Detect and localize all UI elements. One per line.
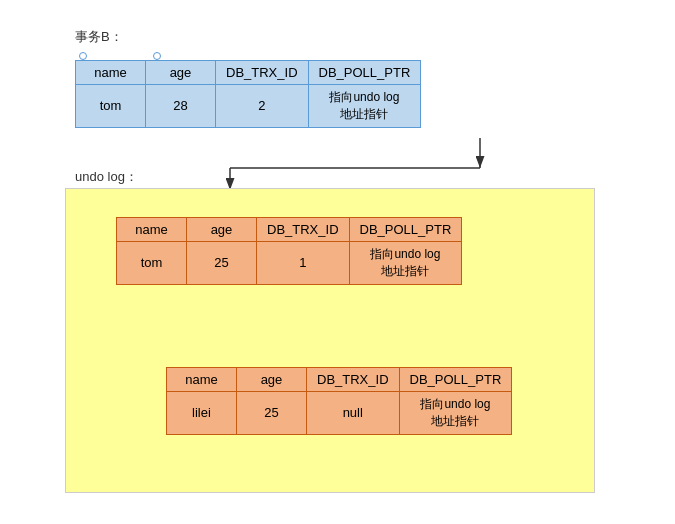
blue-data-name: tom: [76, 85, 146, 128]
blue-header-ptr: DB_POLL_PTR: [308, 61, 421, 85]
blue-header-age: age: [146, 61, 216, 85]
orange2-data-name: lilei: [167, 392, 237, 435]
orange1-header-age: age: [187, 218, 257, 242]
orange1-header-trx: DB_TRX_ID: [257, 218, 350, 242]
orange1-data-trx: 1: [257, 242, 350, 285]
yellow-undo-box: name age DB_TRX_ID DB_POLL_PTR tom 25 1 …: [65, 188, 595, 493]
orange-table-2: name age DB_TRX_ID DB_POLL_PTR lilei 25 …: [166, 367, 512, 435]
orange2-header-trx: DB_TRX_ID: [307, 368, 400, 392]
orange1-header-ptr: DB_POLL_PTR: [349, 218, 462, 242]
blue-data-ptr: 指向undo log地址指针: [308, 85, 421, 128]
second-orange-table-container: name age DB_TRX_ID DB_POLL_PTR lilei 25 …: [166, 367, 512, 435]
blue-header-name: name: [76, 61, 146, 85]
orange2-data-age: 25: [237, 392, 307, 435]
blue-header-trx: DB_TRX_ID: [216, 61, 309, 85]
orange1-data-ptr: 指向undo log地址指针: [349, 242, 462, 285]
blue-data-age: 28: [146, 85, 216, 128]
blue-data-trx: 2: [216, 85, 309, 128]
blue-table: name age DB_TRX_ID DB_POLL_PTR tom 28 2 …: [75, 60, 421, 128]
first-orange-table-container: name age DB_TRX_ID DB_POLL_PTR tom 25 1 …: [116, 217, 462, 285]
orange-table-1: name age DB_TRX_ID DB_POLL_PTR tom 25 1 …: [116, 217, 462, 285]
orange2-data-trx: null: [307, 392, 400, 435]
orange1-header-name: name: [117, 218, 187, 242]
orange2-data-ptr: 指向undo log地址指针: [399, 392, 512, 435]
undo-label: undo log：: [75, 168, 138, 186]
top-label: 事务B：: [75, 28, 421, 46]
orange2-header-age: age: [237, 368, 307, 392]
orange2-header-ptr: DB_POLL_PTR: [399, 368, 512, 392]
orange2-header-name: name: [167, 368, 237, 392]
dot-2: [153, 52, 161, 60]
orange1-data-age: 25: [187, 242, 257, 285]
orange1-data-name: tom: [117, 242, 187, 285]
dot-1: [79, 52, 87, 60]
